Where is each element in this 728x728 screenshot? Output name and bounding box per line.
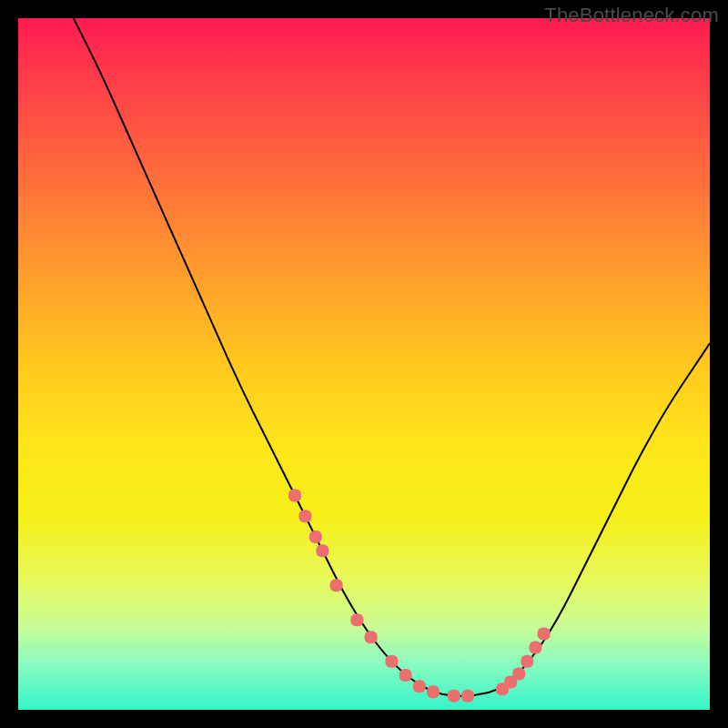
marker-dot [288, 489, 301, 501]
bottleneck-chart [18, 18, 710, 710]
marker-dot [461, 690, 474, 703]
marker-dot [316, 544, 329, 557]
marker-dot [521, 655, 533, 668]
marker-dot [330, 579, 343, 592]
marker-dot [350, 613, 363, 626]
watermark-text: TheBottleneck.com [544, 4, 719, 27]
marker-dot [298, 510, 311, 522]
marker-group [288, 489, 551, 702]
marker-dot [385, 655, 398, 668]
marker-dot [427, 685, 440, 698]
bottleneck-curve [74, 18, 710, 696]
marker-dot [538, 627, 551, 640]
marker-dot [512, 667, 525, 680]
marker-dot [529, 642, 541, 654]
marker-dot [365, 631, 378, 643]
marker-dot [448, 690, 460, 703]
marker-dot [413, 680, 426, 693]
marker-dot [399, 669, 412, 682]
marker-dot [309, 531, 322, 543]
